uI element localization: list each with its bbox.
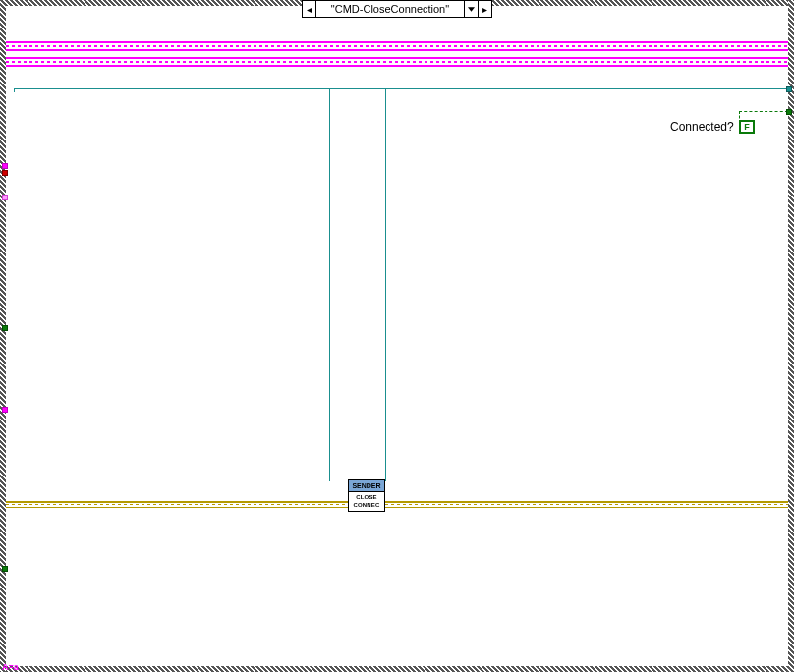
cluster-wire-2-inner <box>6 61 788 63</box>
sender-close-connection-subvi[interactable]: SENDER CLOSE CONNEC <box>348 479 385 512</box>
connected-label: Connected? <box>670 120 734 134</box>
cluster-wire-2 <box>6 57 788 67</box>
left-tunnel-e <box>2 407 8 413</box>
probe-glyph: A=a <box>2 662 19 672</box>
left-tunnel-b <box>2 170 8 176</box>
case-selector[interactable]: ◂ "CMD-CloseConnection" ▸ <box>302 0 492 18</box>
right-tunnel-boolean <box>786 109 792 115</box>
case-structure-border-bottom <box>0 666 794 672</box>
teal-frame-left-stub <box>14 88 15 92</box>
left-tunnel-a <box>2 163 8 169</box>
error-wire-right-inner <box>385 504 788 505</box>
case-selector-label[interactable]: "CMD-CloseConnection" <box>316 1 464 17</box>
cluster-wire-1-inner <box>6 45 788 47</box>
cluster-wire-1 <box>6 41 788 51</box>
subvi-header: SENDER <box>349 480 384 492</box>
boolean-false-constant[interactable]: F <box>739 120 755 134</box>
boolean-wire-top <box>739 111 788 112</box>
left-tunnel-d <box>2 325 8 331</box>
left-tunnel-f <box>2 566 8 572</box>
teal-frame-top <box>14 88 788 89</box>
subvi-body-line1: CLOSE <box>356 494 377 500</box>
left-tunnel-c <box>2 195 8 200</box>
error-wire-right <box>385 501 788 508</box>
case-next-arrow-icon[interactable]: ▸ <box>478 1 491 17</box>
case-menu-dropdown-icon[interactable] <box>464 1 478 17</box>
subvi-body: CLOSE CONNEC <box>349 492 384 511</box>
teal-left-vertical <box>329 88 330 481</box>
case-structure-border-right <box>788 0 794 672</box>
error-wire-left <box>6 501 348 508</box>
case-prev-arrow-icon[interactable]: ◂ <box>303 1 316 17</box>
error-wire-left-inner <box>6 504 348 505</box>
right-tunnel-a <box>786 86 792 92</box>
teal-right-vertical <box>385 88 386 481</box>
subvi-body-line2: CONNEC <box>353 502 379 508</box>
